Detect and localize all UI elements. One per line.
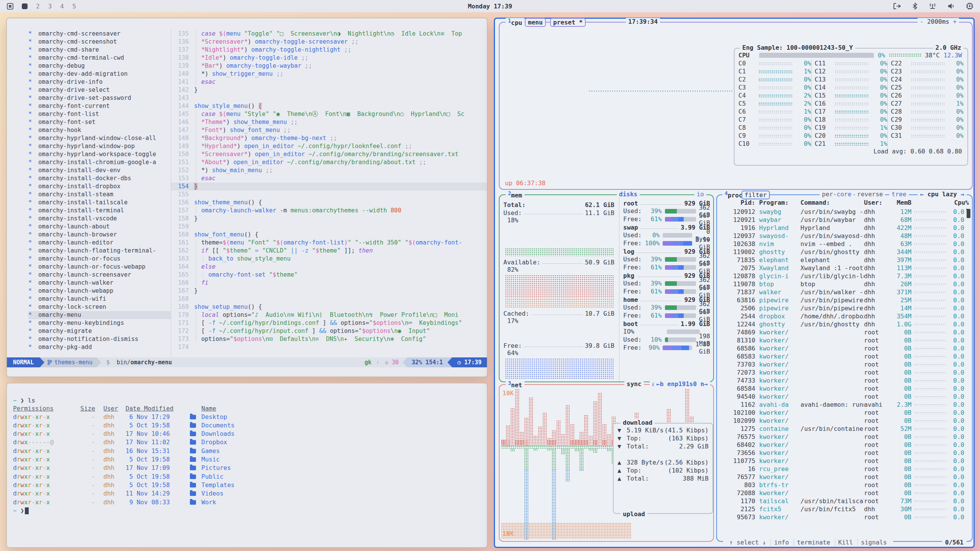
file-list-item[interactable]: *omarchy-launch-or-focus-webapp	[28, 263, 171, 271]
git-branch[interactable]: themes-menu	[44, 357, 96, 367]
file-list-item[interactable]: *omarchy-drive-set-password	[28, 94, 171, 102]
file-list-item[interactable]: *omarchy-launch-webapp	[28, 287, 171, 295]
file-list-item[interactable]: *omarchy-cmd-screenshot	[28, 38, 171, 46]
file-list-item[interactable]: *omarchy-menu	[28, 311, 171, 319]
code-line[interactable]: 171│ [ -f ~/.config/hypr/bindings.conf ]…	[171, 319, 487, 327]
file-list-item[interactable]: *omarchy-font-list	[28, 110, 171, 118]
ls-name[interactable]: Pictures	[201, 464, 487, 472]
code-line[interactable]: 162│ if [[ "$theme" = "CNCLD" || -z "$th…	[171, 247, 487, 255]
process-row[interactable]: 72088kworker/root0B0.0	[720, 489, 964, 497]
code-line[interactable]: 149│ *Hyprland*) open_in_editor ~/.confi…	[171, 142, 487, 150]
code-line[interactable]: 150│ *Screensaver*) open_in_editor ~/.co…	[171, 150, 487, 158]
update-interval[interactable]: - 2000ms +	[918, 18, 959, 25]
ls-name[interactable]: Dropbox	[201, 438, 487, 447]
code-line[interactable]: 143	[171, 94, 487, 102]
ls-name[interactable]: Public	[201, 473, 487, 481]
code-line[interactable]: 154}	[171, 183, 487, 191]
tree-button[interactable]: tree	[889, 191, 909, 198]
ls-name[interactable]: Games	[201, 447, 487, 455]
process-row[interactable]: 1162avahi-daavahi-daemon: running [avahi…	[720, 401, 964, 409]
process-row[interactable]: 102638nvimnvim --embed .dhh63M0.0	[720, 240, 964, 248]
process-row[interactable]: 95673kworker/root0B0.0	[720, 514, 964, 522]
file-list-item[interactable]: *omarchy-dev-add-migration	[28, 70, 171, 78]
process-row[interactable]: 73703kworker/root0B0.0	[720, 361, 964, 369]
process-row[interactable]: 76575kworker/root0B0.0	[720, 433, 964, 441]
file-list-item[interactable]: *omarchy-launch-screensaver	[28, 271, 171, 279]
ls-name[interactable]: Desktop	[201, 413, 487, 421]
process-row[interactable]: 68402kworker/root0B0.0	[720, 441, 964, 449]
file-list-item[interactable]: *omarchy-cmd-terminal-cwd	[28, 54, 171, 62]
code-line[interactable]: 151│ *About*) open_in_editor ~/.config/o…	[171, 158, 487, 166]
code-line[interactable]: 139│ *Bar*) omarchy-toggle-waybar ;;	[171, 62, 487, 70]
file-list-item[interactable]: *omarchy-launch-about	[28, 223, 171, 231]
code-line[interactable]: 138│ *Idle*) omarchy-toggle-idle ;;	[171, 54, 487, 62]
file-list-item[interactable]: *omarchy-migrate	[28, 327, 171, 335]
workspace-3[interactable]: 3	[48, 3, 52, 10]
file-list-item[interactable]: *omarchy-install-tailscale	[28, 199, 171, 207]
command-line[interactable]	[7, 367, 487, 377]
footer-action[interactable]: ↑ select ↓	[726, 539, 769, 546]
code-line[interactable]: 152│ *) show_main_menu ;;	[171, 166, 487, 174]
file-list-item[interactable]: *omarchy-launch-floating-terminal-	[28, 247, 171, 255]
process-row[interactable]: 63816pipewire/usr/bin/pipewiredhh25M0.0	[720, 297, 964, 305]
code-line[interactable]: 145│ case $(menu "Style" "◉ Theme\nⒶ Fon…	[171, 110, 487, 118]
process-row[interactable]: 1275containe/usr/bin/containerdroot52M0.…	[720, 425, 964, 433]
file-list-item[interactable]: *omarchy-pkg-add	[28, 343, 171, 351]
code-line[interactable]: 141│ esac	[171, 78, 487, 86]
code-line[interactable]: 174	[171, 343, 487, 351]
file-list-item[interactable]: *omarchy-notification-dismiss	[28, 335, 171, 343]
file-list-item[interactable]: *omarchy-hook	[28, 126, 171, 134]
code-line[interactable]: 147│ *Font*) show_font_menu ;;	[171, 126, 487, 134]
process-row[interactable]: 2125fcitx5/usr/bin/fcitx5dhh30M0.0	[720, 505, 964, 514]
bluetooth-icon[interactable]	[913, 3, 917, 10]
process-row[interactable]: 74733kworker/root0B0.0	[720, 377, 964, 385]
footer-action[interactable]: info	[771, 539, 792, 546]
file-list-item[interactable]: *omarchy-install-steam	[28, 191, 171, 199]
ls-name[interactable]: Templates	[201, 481, 487, 489]
neovim-window[interactable]: *omarchy-cmd-screensaver*omarchy-cmd-scr…	[6, 18, 488, 377]
code-line[interactable]: 156show_theme_menu() {	[171, 199, 487, 207]
code-line[interactable]: 135│ case $(menu "Toggle" "□ Screensaver…	[171, 30, 487, 38]
file-list[interactable]: *omarchy-cmd-screensaver*omarchy-cmd-scr…	[7, 30, 171, 357]
file-list-item[interactable]: *omarchy-hyprland-window-close-all	[28, 134, 171, 142]
code-line[interactable]: 144show_style_menu() {	[171, 102, 487, 110]
ls-name[interactable]: Downloads	[201, 430, 487, 438]
file-list-item[interactable]: *omarchy-launch-or-focus	[28, 255, 171, 263]
file-list-item[interactable]: *omarchy-install-chromium-google-a	[28, 158, 171, 166]
ls-name[interactable]: Music	[201, 455, 487, 464]
code-line[interactable]: 136│ *Screensaver*) omarchy-toggle-scree…	[171, 38, 487, 46]
sort-selector[interactable]: ← cpu lazy →	[918, 191, 967, 198]
code-line[interactable]: 153│ esac	[171, 174, 487, 183]
file-list-item[interactable]: *omarchy-debug	[28, 62, 171, 70]
footer-action[interactable]: signals	[858, 539, 890, 546]
process-row[interactable]: 2544dropbox/home/dhh/.dropbox-distdhh354…	[720, 313, 964, 321]
process-row[interactable]: 68586kworker/root0B0.0	[720, 345, 964, 353]
code-line[interactable]: 172│ [ -f ~/.config/hypr/input.conf ] &&…	[171, 327, 487, 335]
process-row[interactable]: 16rcu_preeroot0B0.0	[720, 465, 964, 473]
process-row[interactable]: 110775kworker/root0B0.0	[720, 457, 964, 465]
btop-window[interactable]: 1cpu menu preset * 17:39:34 - 2000ms + u…	[494, 18, 975, 548]
process-row[interactable]: 68583kworker/root0B0.0	[720, 353, 964, 361]
per-core-button[interactable]: per-core	[820, 191, 854, 198]
process-row[interactable]: 2506pipewire/usr/bin/pipewire-pulsedhh14…	[720, 305, 964, 313]
file-list-item[interactable]: *omarchy-launch-walker	[28, 279, 171, 287]
workspace-5[interactable]: 5	[72, 3, 76, 10]
file-list-item[interactable]: *omarchy-install-vscode	[28, 215, 171, 223]
process-row[interactable]: 12244ghostty/usr/bin/ghostty --gtk-dhh1.…	[720, 321, 964, 329]
file-list-item[interactable]: *omarchy-drive-info	[28, 78, 171, 86]
process-row[interactable]: 94540kworker/root0B0.0	[720, 393, 964, 401]
file-list-item[interactable]: *omarchy-install-dev-env	[28, 166, 171, 174]
process-row[interactable]: 119078btopbtopdhh26M0.0	[720, 280, 964, 289]
code-line[interactable]: 148│ *Background*) omarchy-theme-bg-next…	[171, 134, 487, 142]
proc-scrollbar[interactable]	[967, 209, 970, 218]
file-list-item[interactable]: *omarchy-font-set	[28, 118, 171, 126]
file-list-item[interactable]: *omarchy-menu-keybindings	[28, 319, 171, 327]
workspace-4[interactable]: 4	[60, 3, 64, 10]
workspace-1-active[interactable]	[22, 3, 28, 9]
filter-button[interactable]: filter	[742, 191, 770, 199]
code-line[interactable]: 155	[171, 191, 487, 199]
process-row[interactable]: 73656kworker/root0B0.0	[720, 449, 964, 457]
code-line[interactable]: 168	[171, 295, 487, 303]
cpu-icon[interactable]	[966, 3, 973, 10]
code-pane[interactable]: 135│ case $(menu "Toggle" "□ Screensaver…	[171, 30, 487, 357]
